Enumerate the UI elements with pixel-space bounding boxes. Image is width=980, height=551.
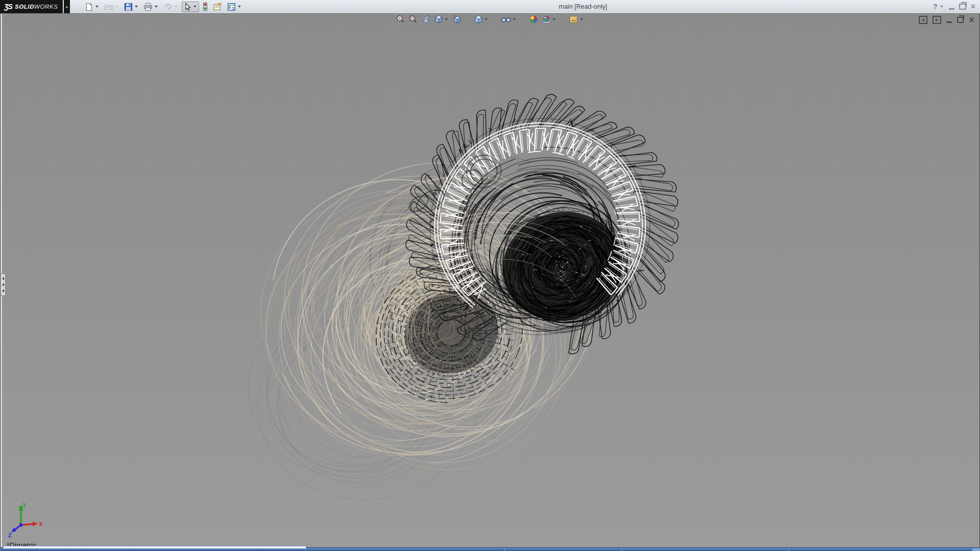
print-button[interactable] [142, 2, 160, 12]
zoom-to-fit-button[interactable] [396, 15, 405, 24]
new-dropdown-caret[interactable] [95, 6, 99, 8]
view-orientation-caret[interactable] [445, 18, 448, 20]
zoom-to-area-button[interactable] [409, 15, 418, 24]
document-minimize-icon[interactable] [946, 21, 952, 23]
standard-toolbar [83, 1, 243, 12]
view-settings-button[interactable] [569, 15, 584, 24]
save-dropdown-caret[interactable] [135, 6, 138, 8]
solidworks-brand-text: SOLIDWORKS [15, 4, 58, 10]
display-style-cube-button[interactable] [474, 15, 489, 24]
taskbar-window-segment[interactable] [3, 546, 306, 548]
open-document-icon [104, 3, 113, 11]
select-tool-button[interactable] [182, 2, 199, 12]
document-window-controls: × [919, 16, 974, 24]
traffic-light-icon [202, 2, 208, 11]
titlebar-window-controls: ? × [933, 0, 975, 13]
document-restore-icon[interactable] [957, 17, 964, 23]
display-style-icon [453, 15, 462, 24]
zoom-to-fit-icon [396, 15, 405, 24]
edit-appearance-button[interactable] [529, 15, 538, 24]
collapse-arrow-icon [2, 289, 4, 292]
previous-window-button[interactable] [919, 16, 927, 24]
title-bar: ƷS SOLIDWORKS ▸ [0, 0, 980, 14]
reference-triad: Y X Z [4, 503, 44, 538]
save-icon [124, 3, 133, 11]
hide-show-items-icon [501, 15, 511, 24]
collapse-arrow-icon [2, 277, 4, 280]
collapse-arrow-icon [2, 283, 4, 286]
minimize-icon[interactable] [949, 8, 954, 10]
save-button[interactable] [122, 2, 140, 12]
previous-window-icon [922, 18, 924, 21]
apply-scene-icon [542, 15, 551, 24]
print-icon [143, 3, 153, 11]
apply-scene-caret[interactable] [553, 18, 556, 20]
select-dropdown-caret[interactable] [193, 6, 197, 8]
edit-appearance-icon [529, 15, 538, 24]
help-icon: ? [933, 3, 938, 11]
open-document-button[interactable] [103, 2, 121, 12]
document-title: main [Read-only] [559, 3, 607, 10]
next-window-icon [936, 18, 938, 21]
section-view-button[interactable] [422, 15, 431, 24]
view-settings-icon [569, 15, 579, 24]
featuremanager-collapse-tab[interactable] [1, 273, 6, 296]
zoom-to-area-icon [409, 15, 418, 24]
heads-up-view-toolbar [396, 15, 584, 24]
hide-show-items-button[interactable] [501, 15, 517, 24]
undo-button[interactable] [162, 2, 180, 12]
view-orientation-icon [434, 15, 444, 24]
comment-note-button[interactable] [211, 2, 224, 12]
options-checklist-icon [227, 3, 236, 11]
view-orientation-button[interactable] [434, 15, 449, 24]
comment-note-icon [213, 3, 223, 11]
new-document-button[interactable] [83, 2, 101, 12]
solidworks-logo[interactable]: ƷS SOLIDWORKS [0, 0, 63, 13]
triad-x-label: X [39, 521, 43, 527]
solidworks-logo-glyph: ƷS [4, 3, 12, 11]
undo-icon [163, 3, 173, 11]
new-document-icon [85, 3, 93, 11]
options-checklist-button[interactable] [226, 2, 243, 12]
open-dropdown-caret[interactable] [115, 6, 118, 8]
options-dropdown-caret[interactable] [238, 6, 241, 8]
select-cursor-icon [183, 3, 191, 11]
display-style-cube-icon [474, 15, 483, 24]
display-style-caret[interactable] [485, 18, 488, 20]
section-view-icon [422, 15, 431, 24]
apply-scene-button[interactable] [542, 15, 557, 24]
hide-show-caret[interactable] [513, 18, 516, 20]
menu-flyout-arrow-icon[interactable]: ▸ [64, 0, 70, 13]
model-wireframe-canvas[interactable] [0, 14, 980, 551]
traffic-light-button[interactable] [201, 1, 210, 12]
taskbar-separator [504, 548, 505, 551]
taskbar-separator [305, 548, 306, 551]
view-settings-caret[interactable] [580, 18, 583, 20]
undo-dropdown-caret[interactable] [175, 6, 178, 8]
next-window-button[interactable] [933, 16, 941, 24]
close-icon[interactable]: × [971, 3, 975, 10]
help-button[interactable]: ? [933, 3, 944, 11]
document-close-icon[interactable]: × [969, 16, 974, 24]
help-dropdown-caret[interactable] [940, 6, 943, 8]
triad-y-label: Y [22, 503, 27, 508]
taskbar-separator [789, 548, 789, 551]
taskbar-separator [622, 548, 622, 551]
restore-icon[interactable] [959, 4, 966, 10]
taskbar-corner[interactable] [972, 548, 980, 551]
display-style-button[interactable] [453, 15, 462, 24]
triad-z-label: Z [8, 532, 12, 538]
print-dropdown-caret[interactable] [155, 6, 158, 8]
